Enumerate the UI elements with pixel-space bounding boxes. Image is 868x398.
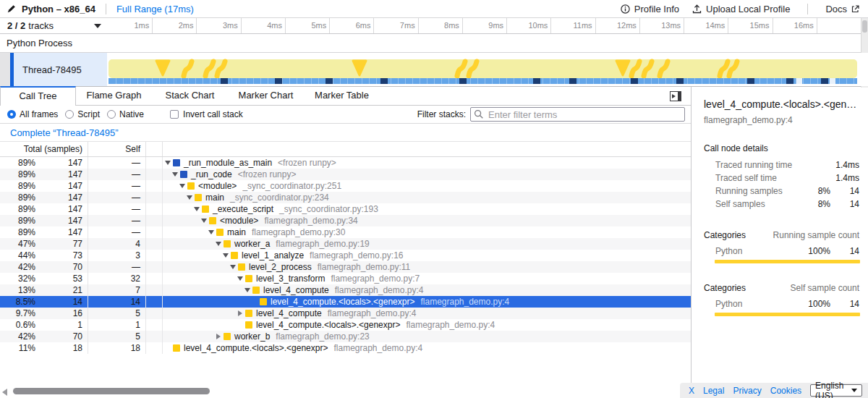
call-tree-row[interactable]: 89%147—mainflamegraph_demo.py:30	[0, 226, 691, 238]
filter-stacks-input[interactable]	[470, 107, 685, 122]
footer-link-legal[interactable]: Legal	[703, 386, 724, 396]
function-location: flamegraph_demo.py:7	[331, 273, 420, 284]
scroll-left-arrow-icon[interactable]	[2, 389, 7, 396]
row-total-samples: 147	[40, 192, 88, 203]
tab-marker-chart[interactable]: Marker Chart	[228, 86, 304, 105]
twisty-icon[interactable]	[213, 331, 224, 342]
sidebar-toggle-icon[interactable]	[670, 91, 681, 101]
row-total-samples: 53	[40, 273, 88, 284]
twisty-icon[interactable]	[199, 215, 209, 226]
call-tree-row[interactable]: 89%147—_run_module_as_main<frozen runpy>	[0, 157, 691, 169]
category-block-header: CategoriesRunning sample count	[704, 229, 859, 241]
call-tree-row[interactable]: 0.6%11level_4_compute.<locals>.<genexpr>…	[0, 319, 691, 331]
row-indent	[163, 244, 213, 245]
call-tree-row[interactable]: 8.5%1414level_4_compute.<locals>.<genexp…	[0, 296, 691, 308]
radio-option-native[interactable]: Native	[107, 109, 144, 119]
function-name: _run_code	[191, 169, 232, 180]
call-tree-row[interactable]: 47%774worker_aflamegraph_demo.py:19	[0, 238, 691, 250]
twisty-icon[interactable]	[192, 203, 202, 215]
twisty-icon[interactable]	[177, 180, 187, 192]
footer-link-cookies[interactable]: Cookies	[770, 386, 801, 396]
function-name: worker_a	[234, 238, 270, 250]
call-tree-row[interactable]: 89%147—main_sync_coordinator.py:234	[0, 192, 691, 203]
profile-info-button[interactable]: Profile Info	[621, 4, 679, 14]
category-color-icon	[224, 240, 231, 247]
timeline-vertical-scrollbar-thumb[interactable]	[862, 20, 867, 33]
horizontal-scrollbar[interactable]	[0, 386, 691, 397]
detail-percent	[803, 172, 830, 185]
row-indent	[163, 186, 177, 187]
call-tree-row[interactable]: 89%147—<module>flamegraph_demo.py:34	[0, 215, 691, 226]
category-color-icon	[245, 275, 252, 282]
row-total-percent: 11%	[0, 342, 40, 354]
call-tree-row[interactable]: 13%217level_4_computeflamegraph_demo.py:…	[0, 284, 691, 296]
tab-marker-table[interactable]: Marker Table	[304, 86, 380, 105]
twisty-icon[interactable]	[170, 169, 180, 180]
detail-percent: 8%	[803, 198, 830, 211]
tab-stack-chart[interactable]: Stack Chart	[152, 86, 228, 105]
invert-call-stack-option[interactable]: Invert call stack	[170, 109, 243, 119]
function-name: level_4_compute	[256, 308, 322, 319]
detail-label: Traced self time	[704, 172, 803, 185]
thread-track-visualization[interactable]	[107, 53, 868, 86]
twisty-icon[interactable]	[206, 226, 216, 238]
row-self-samples: 14	[88, 296, 146, 308]
twisty-icon[interactable]	[221, 250, 231, 261]
row-spacer	[146, 319, 163, 331]
category-color-icon	[245, 321, 252, 329]
row-spacer	[146, 226, 163, 238]
row-indent	[163, 221, 199, 221]
row-spacer	[146, 203, 163, 215]
category-color-icon	[216, 229, 224, 236]
call-tree-row[interactable]: 42%705worker_bflamegraph_demo.py:23	[0, 331, 691, 342]
call-tree-row[interactable]: 11%1818level_4_compute.<locals>.<genexpr…	[0, 342, 691, 354]
column-header-total[interactable]: Total (samples)	[0, 142, 88, 156]
radio-label: All frames	[20, 109, 58, 119]
docs-button[interactable]: Docs	[825, 4, 859, 14]
profile-info-label: Profile Info	[634, 4, 679, 14]
column-header-self[interactable]: Self	[88, 142, 146, 156]
call-tree-row[interactable]: 89%147—<module>_sync_coordinator.py:251	[0, 180, 691, 192]
sidebar-details-heading: Call node details	[704, 143, 859, 153]
category-color-icon	[238, 263, 245, 271]
twisty-icon[interactable]	[228, 261, 238, 273]
twisty-icon	[235, 319, 245, 331]
edit-pencil-icon[interactable]	[7, 4, 16, 13]
upload-profile-button[interactable]: Upload Local Profile	[692, 4, 790, 14]
call-tree-row[interactable]: 89%147—_execute_script_sync_coordinator.…	[0, 203, 691, 215]
call-tree-row[interactable]: 32%5332level_3_transformflamegraph_demo.…	[0, 273, 691, 284]
radio-option-all-frames[interactable]: All frames	[7, 109, 58, 119]
function-location: _sync_coordinator.py:193	[279, 203, 378, 215]
thread-activity-graph[interactable]	[107, 53, 861, 86]
full-range-button[interactable]: Full Range (17ms)	[116, 4, 194, 14]
call-tree-row[interactable]: 89%147—_run_code<frozen runpy>	[0, 169, 691, 180]
call-tree-row[interactable]: 9.7%165level_4_computeflamegraph_demo.py…	[0, 308, 691, 319]
row-total-percent: 47%	[0, 238, 40, 250]
category-percent: 100%	[803, 297, 830, 310]
complete-thread-link[interactable]: Complete “Thread-78495”	[10, 127, 119, 138]
category-color-icon	[252, 287, 260, 294]
horizontal-scrollbar-thumb[interactable]	[13, 388, 210, 394]
call-tree-row[interactable]: 44%733level_1_analyzeflamegraph_demo.py:…	[0, 250, 691, 261]
twisty-icon[interactable]	[242, 284, 252, 296]
twisty-icon[interactable]	[163, 157, 173, 169]
language-select[interactable]: English (US)	[810, 384, 862, 397]
call-tree-row[interactable]: 42%70—level_2_processflamegraph_demo.py:…	[0, 261, 691, 273]
twisty-icon[interactable]	[184, 192, 195, 203]
footer-link-x[interactable]: X	[689, 386, 694, 396]
row-spacer	[146, 261, 163, 273]
function-location: flamegraph_demo.py:23	[276, 331, 369, 342]
tracks-selector[interactable]: 2 / 2 tracks	[0, 18, 109, 33]
ruler-tick: 9ms	[463, 18, 507, 33]
twisty-icon[interactable]	[235, 308, 245, 319]
tab-flame-graph[interactable]: Flame Graph	[76, 86, 152, 105]
tab-call-tree[interactable]: Call Tree	[0, 86, 76, 106]
footer-link-privacy[interactable]: Privacy	[733, 386, 761, 396]
process-track-label[interactable]: Python Process	[0, 34, 868, 53]
twisty-icon[interactable]	[213, 238, 224, 250]
twisty-icon[interactable]	[235, 273, 245, 284]
thread-track-label[interactable]: Thread-78495	[14, 53, 107, 86]
ruler-tick: 16ms	[773, 18, 817, 33]
radio-option-script[interactable]: Script	[65, 109, 100, 119]
detail-label: Self samples	[704, 198, 803, 211]
